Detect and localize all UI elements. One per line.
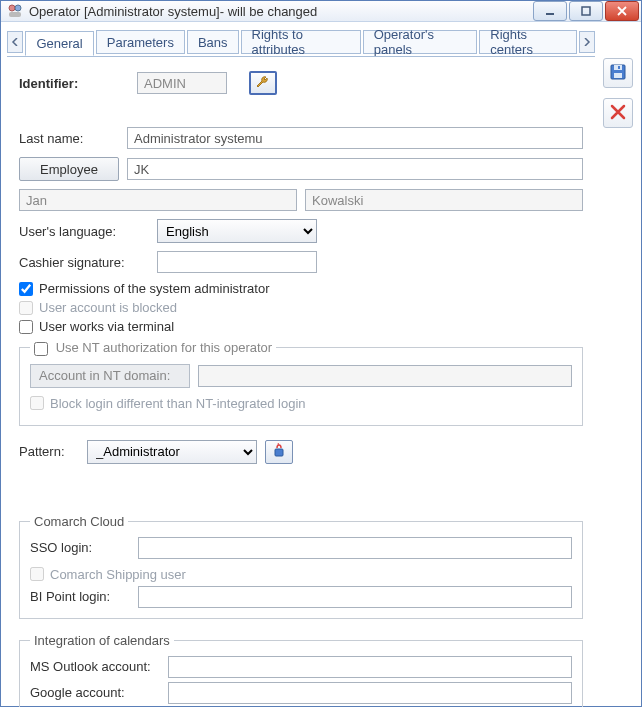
window-close-button[interactable]	[605, 1, 639, 21]
sso-row: SSO login:	[30, 537, 572, 559]
tab-rights-centers[interactable]: Rights centers	[479, 30, 576, 54]
employee-firstname-field	[19, 189, 297, 211]
language-select[interactable]: English	[157, 219, 317, 243]
svg-rect-5	[275, 449, 283, 456]
pattern-action-button[interactable]	[265, 440, 293, 464]
svg-point-1	[15, 5, 21, 11]
sso-login-field[interactable]	[138, 537, 572, 559]
employee-name-row	[19, 189, 583, 211]
cashier-label: Cashier signature:	[19, 255, 149, 270]
cloud-fieldset: Comarch Cloud SSO login: Comarch Shippin…	[19, 514, 583, 619]
tab-rights-attributes[interactable]: Rights to attributes	[241, 30, 361, 54]
window-controls	[533, 1, 641, 21]
language-row: User's language: English	[19, 219, 583, 243]
identifier-tool-button[interactable]	[249, 71, 277, 95]
terminal-check-row: User works via terminal	[19, 319, 583, 334]
terminal-checkbox[interactable]	[19, 320, 33, 334]
svg-rect-4	[582, 7, 590, 15]
bi-point-login-field[interactable]	[138, 586, 572, 608]
pattern-label: Pattern:	[19, 444, 79, 459]
close-icon	[610, 104, 626, 123]
nt-fieldset: Use NT authorization for this operator A…	[19, 340, 583, 426]
maximize-button[interactable]	[569, 1, 603, 21]
cashier-signature-field[interactable]	[157, 251, 317, 273]
identifier-field[interactable]	[137, 72, 227, 94]
wrench-icon	[255, 74, 271, 93]
nt-enable-checkbox[interactable]	[34, 342, 48, 356]
tab-operators-panels[interactable]: Operator's panels	[363, 30, 478, 54]
svg-point-0	[9, 5, 15, 11]
svg-rect-3	[546, 13, 554, 15]
tabstrip: General Parameters Bans Rights to attrib…	[7, 28, 595, 56]
window-title: Operator [Administrator systemu]- will b…	[29, 4, 533, 19]
titlebar: Operator [Administrator systemu]- will b…	[1, 1, 641, 22]
last-name-field[interactable]	[127, 127, 583, 149]
nt-account-row: Account in NT domain:	[30, 364, 572, 388]
google-row: Google account:	[30, 682, 572, 704]
side-toolbar	[601, 28, 635, 707]
minimize-button[interactable]	[533, 1, 567, 21]
refresh-icon	[271, 442, 287, 461]
cloud-legend: Comarch Cloud	[30, 514, 128, 529]
nt-legend: Use NT authorization for this operator	[30, 340, 276, 356]
sysadmin-check-row: Permissions of the system administrator	[19, 281, 583, 296]
pattern-select[interactable]: _Administrator	[87, 440, 257, 464]
bi-row: BI Point login:	[30, 586, 572, 608]
identifier-row: Identifier:	[19, 71, 583, 95]
nt-account-label: Account in NT domain:	[30, 364, 190, 388]
shipping-user-label: Comarch Shipping user	[50, 567, 186, 582]
blocked-check-row: User account is blocked	[19, 300, 583, 315]
svg-rect-8	[614, 73, 622, 78]
operator-window: Operator [Administrator systemu]- will b…	[0, 0, 642, 707]
outlook-row: MS Outlook account:	[30, 656, 572, 678]
main-panel: General Parameters Bans Rights to attrib…	[7, 28, 595, 707]
app-icon	[7, 3, 23, 19]
tab-bans[interactable]: Bans	[187, 30, 239, 54]
employee-button[interactable]: Employee	[19, 157, 119, 181]
sysadmin-check-label: Permissions of the system administrator	[39, 281, 269, 296]
blocked-check-label: User account is blocked	[39, 300, 177, 315]
google-label: Google account:	[30, 685, 160, 700]
google-account-field[interactable]	[168, 682, 572, 704]
terminal-check-label: User works via terminal	[39, 319, 174, 334]
cancel-button[interactable]	[603, 98, 633, 128]
nt-blocklogin-row: Block login different than NT-integrated…	[30, 396, 572, 411]
identifier-label: Identifier:	[19, 76, 129, 91]
nt-blocklogin-checkbox	[30, 396, 44, 410]
bi-label: BI Point login:	[30, 589, 130, 604]
last-name-row: Last name:	[19, 127, 583, 149]
sysadmin-checkbox[interactable]	[19, 282, 33, 296]
calendars-fieldset: Integration of calendars MS Outlook acco…	[19, 633, 583, 707]
nt-blocklogin-label: Block login different than NT-integrated…	[50, 396, 306, 411]
outlook-account-field[interactable]	[168, 656, 572, 678]
last-name-label: Last name:	[19, 131, 119, 146]
tab-scroll-right[interactable]	[579, 31, 595, 53]
nt-legend-text: Use NT authorization for this operator	[56, 340, 273, 355]
tab-body-general: Identifier: Last name:	[7, 56, 595, 707]
calendars-legend: Integration of calendars	[30, 633, 174, 648]
employee-row: Employee	[19, 157, 583, 181]
svg-rect-9	[618, 66, 620, 69]
shipping-user-row: Comarch Shipping user	[30, 567, 572, 582]
save-icon	[609, 63, 627, 84]
outlook-label: MS Outlook account:	[30, 659, 160, 674]
content-area: General Parameters Bans Rights to attrib…	[1, 22, 641, 707]
shipping-user-checkbox	[30, 567, 44, 581]
cashier-row: Cashier signature:	[19, 251, 583, 273]
blocked-checkbox	[19, 301, 33, 315]
tab-parameters[interactable]: Parameters	[96, 30, 185, 54]
tab-general[interactable]: General	[25, 31, 93, 56]
save-button[interactable]	[603, 58, 633, 88]
employee-acronym-field[interactable]	[127, 158, 583, 180]
employee-surname-field	[305, 189, 583, 211]
sso-label: SSO login:	[30, 540, 130, 555]
svg-rect-2	[9, 12, 21, 17]
nt-account-field	[198, 365, 572, 387]
pattern-row: Pattern: _Administrator	[19, 440, 583, 464]
language-label: User's language:	[19, 224, 149, 239]
tab-scroll-left[interactable]	[7, 31, 23, 53]
